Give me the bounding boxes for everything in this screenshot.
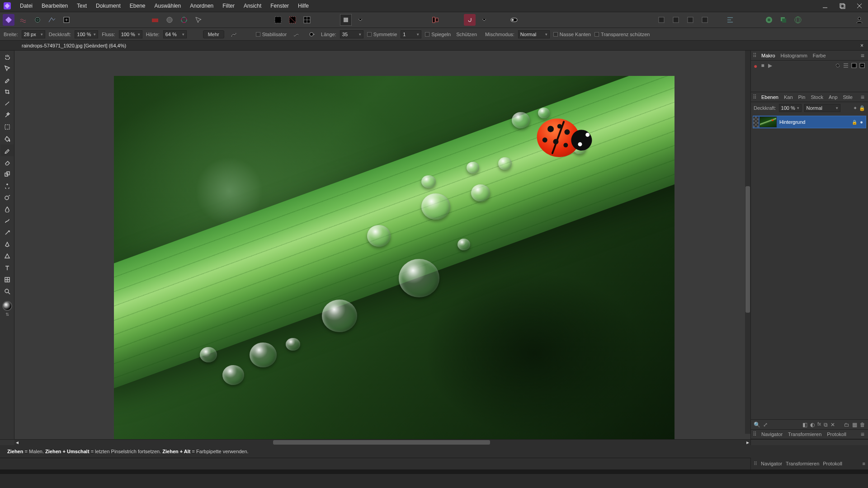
rope-mode-icon[interactable] [290, 28, 302, 40]
hardness-input[interactable]: 64 %▾ [163, 30, 187, 38]
wet-edges-check[interactable]: Nasse Kanten [553, 32, 591, 37]
layer-visible-icon[interactable]: ● [860, 119, 863, 125]
add-pixel-layer-icon[interactable]: ▦ [852, 422, 857, 428]
add-layer-web-icon[interactable] [792, 14, 804, 26]
marquee-tool[interactable] [0, 121, 14, 133]
horizontal-scrollbar[interactable] [20, 440, 745, 445]
symmetry-input[interactable]: 1▾ [401, 30, 421, 38]
stabilizer-check[interactable]: Stabilisator [256, 32, 287, 37]
toggle-ui-icon[interactable] [508, 14, 520, 26]
macro-stop-icon[interactable]: ■ [761, 62, 764, 69]
grid-all-icon[interactable] [301, 14, 313, 26]
layer-fx-icon[interactable]: ✦ [853, 105, 857, 111]
dropdown-caret-icon[interactable] [354, 14, 366, 26]
layer-item-background[interactable]: Hintergrund 🔒 ● [753, 116, 866, 128]
nav-panel-menu-2-icon[interactable]: ≡ [863, 461, 865, 466]
tab-histogramm[interactable]: Histogramm [780, 53, 808, 58]
swatch-foreground-icon[interactable] [149, 14, 161, 26]
text-tool[interactable] [0, 262, 14, 274]
layers-panel-menu-icon[interactable]: ≡ [861, 94, 866, 101]
length-input[interactable]: 35▾ [340, 30, 363, 38]
add-layer-dup-icon[interactable] [778, 14, 789, 26]
swatch-grey-icon[interactable] [164, 14, 175, 26]
width-input[interactable]: 28 px▾ [22, 30, 45, 38]
nav-panel-menu-icon[interactable]: ≡ [861, 431, 866, 438]
retouch-tool[interactable] [0, 227, 14, 239]
zoom-tool[interactable] [0, 286, 14, 297]
tab-kan[interactable]: Kan [783, 94, 794, 100]
mesh-tool[interactable] [0, 274, 14, 286]
snapping-caret-icon[interactable] [478, 14, 490, 26]
adjust-icon[interactable]: ◐ [810, 422, 815, 428]
menu-fenster[interactable]: Fenster [266, 0, 293, 12]
history-step-icon[interactable] [684, 14, 696, 26]
document-tab[interactable]: raindrops-574971_1920.jpg [Geändert] (64… [18, 43, 130, 48]
tab-ebenen[interactable]: Ebenen [760, 94, 779, 100]
menu-filter[interactable]: Filter [218, 0, 239, 12]
layer-opacity-input[interactable]: 100 %▾ [779, 104, 802, 112]
persona-tonemap[interactable] [46, 14, 58, 26]
window-maximize[interactable] [834, 0, 851, 12]
align-icon[interactable] [724, 14, 736, 26]
menu-bearbeiten[interactable]: Bearbeiten [37, 0, 72, 12]
layers-expand-icon[interactable]: ⤢ [763, 422, 768, 428]
tab-navigator[interactable]: Navigator [760, 432, 783, 437]
wand-tool[interactable] [0, 109, 14, 121]
persona-liquify[interactable] [17, 14, 29, 26]
pen-tool[interactable] [0, 239, 14, 250]
crop-layer-icon[interactable]: ✕ [830, 422, 835, 428]
vertical-scrollbar[interactable] [745, 51, 750, 434]
tab-stock[interactable]: Stock [810, 94, 824, 100]
history-last-icon[interactable] [699, 14, 711, 26]
autoselect-icon[interactable] [193, 14, 204, 26]
grid-hide-icon[interactable] [287, 14, 298, 26]
tab-anp[interactable]: Anp [828, 94, 839, 100]
force-pressure-icon[interactable] [228, 28, 240, 40]
hscroll-right[interactable]: ▸ [745, 440, 750, 445]
flow-input[interactable]: 100 %▾ [119, 30, 142, 38]
menu-ansicht[interactable]: Ansicht [239, 0, 266, 12]
macro-export-icon[interactable] [859, 62, 865, 69]
tab-protokoll[interactable]: Protokoll [826, 432, 847, 437]
blend-input[interactable]: Normal▾ [518, 30, 550, 38]
layers-search-icon[interactable]: 🔍 [754, 422, 760, 428]
tab-protokoll-2[interactable]: Protokoll [823, 461, 842, 466]
window-minimize[interactable] [816, 0, 834, 12]
tab-transformieren[interactable]: Transformieren [787, 432, 822, 437]
add-layer-green-icon[interactable] [763, 14, 775, 26]
mirror-check[interactable]: Spiegeln [425, 32, 451, 37]
layer-locked-icon[interactable]: 🔒 [852, 120, 857, 125]
history-back-icon[interactable] [656, 14, 667, 26]
selection-brush-tool[interactable] [0, 98, 14, 109]
persona-photo[interactable] [3, 14, 14, 26]
macro-list-icon[interactable] [843, 62, 849, 69]
opacity-input[interactable]: 100 %▾ [75, 30, 98, 38]
arrange-icon[interactable] [429, 14, 441, 26]
tab-farbe[interactable]: Farbe [812, 53, 827, 58]
quickmask-icon[interactable] [340, 14, 352, 26]
protect-alpha-check[interactable]: Transparenz schützen [594, 32, 650, 37]
group-icon[interactable]: 🗀 [844, 422, 849, 428]
menu-dokument[interactable]: Dokument [91, 0, 125, 12]
tab-pin[interactable]: Pin [797, 94, 807, 100]
move-tool[interactable] [0, 62, 14, 74]
grid-show-icon[interactable] [272, 14, 284, 26]
paint-brush-tool[interactable] [0, 145, 14, 156]
account-icon[interactable] [854, 14, 865, 26]
hand-tool[interactable] [0, 51, 14, 62]
color-wheel-icon[interactable] [178, 14, 190, 26]
tab-makro[interactable]: Makro [760, 53, 776, 58]
menu-text[interactable]: Text [72, 0, 91, 12]
layer-lock-icon[interactable]: 🔒 [859, 105, 865, 111]
mask-icon[interactable]: ◧ [802, 422, 807, 428]
panel-menu-icon[interactable]: ≡ [861, 52, 866, 59]
flood-fill-tool[interactable] [0, 133, 14, 145]
symmetry-check[interactable]: Symmetrie [367, 32, 397, 37]
persona-export[interactable] [61, 14, 72, 26]
crop-tool[interactable] [0, 86, 14, 98]
window-mode-icon[interactable] [306, 28, 317, 40]
live-filter-icon[interactable]: ⧉ [824, 422, 828, 428]
tab-transformieren-2[interactable]: Transformieren [786, 461, 819, 466]
inpaint-tool[interactable] [0, 180, 14, 192]
persona-develop[interactable] [32, 14, 43, 26]
